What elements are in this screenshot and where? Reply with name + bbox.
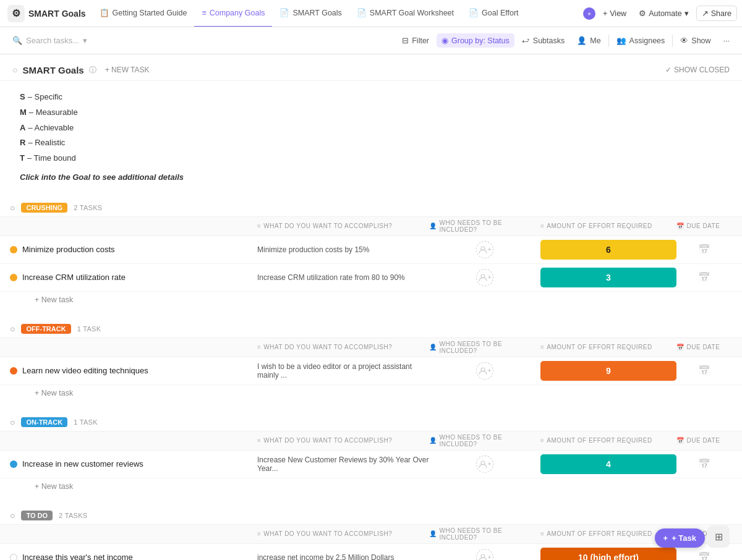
task-name-off-track-0[interactable]: Learn new video editing techniques (22, 366, 148, 375)
filter-button[interactable]: ⊟ Filter (397, 33, 434, 48)
share-button[interactable]: ↗ Share (696, 6, 737, 21)
due-cell-crushing-1[interactable]: 📅 (676, 271, 732, 283)
group-toggle-crushing[interactable]: ○ (10, 203, 15, 213)
col-header-label-2: AMOUNT OF EFFORT REQUIRED (547, 437, 652, 444)
col-header-label-1: WHO NEEDS TO BE INCLUDED? (440, 434, 541, 448)
task-name-crushing-0[interactable]: Minimize production costs (22, 245, 115, 254)
smart-goals-toggle[interactable]: ○ (12, 65, 17, 75)
due-cell-on-track-0[interactable]: 📅 (676, 458, 732, 470)
calendar-icon-on-track-0[interactable]: 📅 (698, 458, 710, 470)
group-badge-off-track[interactable]: OFF-TRACK (21, 324, 70, 334)
task-who-on-track-0[interactable]: + (429, 456, 540, 473)
effort-bar-crushing-1[interactable]: 3 (540, 268, 676, 287)
tab-smart-goal-worksheet[interactable]: 📄 SMART Goal Worksheet (349, 0, 461, 27)
group-badge-crushing[interactable]: CRUSHING (21, 203, 67, 213)
group-section-on-track: ○ON-TRACK1 TASK≡WHAT DO YOU WANT TO ACCO… (0, 414, 742, 494)
smart-item-m: M – Measurable (20, 106, 722, 119)
task-accomplish-crushing-0: Minimize production costs by 15% (257, 245, 429, 254)
col-header-icon-1: 👤 (429, 223, 437, 229)
automate-button[interactable]: ⚙ Automate ▾ (634, 6, 694, 20)
share-icon: ↗ (702, 9, 709, 18)
group-count-to-do: 2 TASKS (59, 512, 87, 519)
nav-circle-icon: + (583, 7, 595, 20)
tab-goal-effort[interactable]: 📄 Goal Effort (461, 0, 526, 27)
task-dot-crushing-0 (10, 246, 17, 253)
search-box[interactable]: 🔍 Search tasks... ▾ (7, 33, 92, 48)
tab-getting-started-label: Getting Started Guide (113, 9, 187, 17)
group-header-off-track: ○OFF-TRACK1 TASK (0, 320, 742, 337)
group-count-crushing: 2 TASKS (74, 204, 102, 211)
col-header-icon-2: ≡ (540, 530, 544, 537)
task-who-crushing-1[interactable]: + (429, 269, 540, 286)
who-placeholder-off-track-0[interactable]: + (476, 362, 493, 380)
col-header-off-track-3: 📅DUE DATE (676, 344, 732, 350)
search-chevron: ▾ (83, 36, 87, 45)
calendar-icon-off-track-0[interactable]: 📅 (698, 365, 710, 376)
who-placeholder-crushing-0[interactable]: + (476, 241, 493, 258)
calendar-icon-to-do-0[interactable]: 📅 (698, 551, 710, 560)
table-row[interactable]: Increase in new customer reviewsIncrease… (0, 451, 742, 478)
table-header-off-track: ≡WHAT DO YOU WANT TO ACCOMPLISH?👤WHO NEE… (0, 337, 742, 357)
due-cell-off-track-0[interactable]: 📅 (676, 365, 732, 376)
assignees-button[interactable]: 👥 Assignees (612, 33, 670, 48)
who-placeholder-to-do-0[interactable]: + (476, 549, 493, 560)
group-section-off-track: ○OFF-TRACK1 TASK≡WHAT DO YOU WANT TO ACC… (0, 320, 742, 401)
col-header-label-2: AMOUNT OF EFFORT REQUIRED (547, 223, 652, 229)
group-toggle-to-do[interactable]: ○ (10, 511, 15, 520)
col-header-icon-2: ≡ (540, 223, 544, 229)
table-row[interactable]: Minimize production costsMinimize produc… (0, 236, 742, 264)
main-content: ○ SMART Goals ⓘ + NEW TASK ✓ SHOW CLOSED… (0, 54, 742, 560)
new-task-row-crushing[interactable]: + New task (0, 292, 742, 308)
tab-company-goals[interactable]: ≡ Company Goals (194, 0, 272, 27)
task-name-on-track-0[interactable]: Increase in new customer reviews (22, 459, 143, 469)
app-logo[interactable]: ⚙ SMART Goals (5, 5, 92, 22)
more-button[interactable]: ··· (719, 34, 735, 48)
group-badge-on-track[interactable]: ON-TRACK (21, 417, 67, 427)
add-task-fab[interactable]: + + Task (655, 528, 705, 548)
new-task-button[interactable]: + NEW TASK (101, 64, 153, 75)
due-cell-crushing-0[interactable]: 📅 (676, 244, 732, 255)
effort-bar-off-track-0[interactable]: 9 (540, 361, 676, 381)
new-task-row-off-track[interactable]: + New task (0, 385, 742, 401)
calendar-icon-crushing-1[interactable]: 📅 (698, 271, 710, 283)
due-cell-to-do-0[interactable]: 📅 (676, 551, 732, 560)
task-dot-off-track-0 (10, 367, 17, 375)
group-by-button[interactable]: ◉ Group by: Status (437, 33, 514, 48)
calendar-icon-crushing-0[interactable]: 📅 (698, 244, 710, 255)
tab-smart-goals[interactable]: 📄 SMART Goals (272, 0, 349, 27)
groups-container: ○CRUSHING2 TASKS≡WHAT DO YOU WANT TO ACC… (0, 199, 742, 560)
task-name-cell-on-track-0: Increase in new customer reviews (10, 459, 257, 469)
tab-getting-started[interactable]: 📋 Getting Started Guide (92, 0, 195, 27)
table-row[interactable]: Increase CRM utilization rateIncrease CR… (0, 264, 742, 292)
table-row[interactable]: Learn new video editing techniquesI wish… (0, 357, 742, 385)
effort-bar-on-track-0[interactable]: 4 (540, 454, 676, 474)
tab-smart-goal-worksheet-label: SMART Goal Worksheet (370, 9, 454, 17)
show-button[interactable]: 👁 Show (675, 34, 715, 48)
effort-bar-to-do-0[interactable]: 10 (high effort) (540, 548, 676, 560)
who-placeholder-crushing-1[interactable]: + (476, 269, 493, 286)
who-placeholder-on-track-0[interactable]: + (476, 456, 493, 473)
col-header-icon-0: ≡ (257, 437, 261, 444)
group-section-to-do: ○TO DO2 TASKS≡WHAT DO YOU WANT TO ACCOMP… (0, 507, 742, 560)
col-header-label-1: WHO NEEDS TO BE INCLUDED? (440, 219, 541, 233)
group-toggle-on-track[interactable]: ○ (10, 417, 15, 427)
view-button[interactable]: + View (598, 7, 631, 20)
group-toggle-off-track[interactable]: ○ (10, 324, 15, 334)
grid-view-button[interactable]: ⊞ (707, 525, 730, 548)
effort-bar-crushing-0[interactable]: 6 (540, 240, 676, 260)
grid-icon: ⊞ (715, 531, 723, 543)
me-button[interactable]: 👤 Me (572, 33, 605, 48)
show-closed-button[interactable]: ✓ SHOW CLOSED (665, 66, 730, 74)
task-who-to-do-0[interactable]: + (429, 549, 540, 560)
task-who-crushing-0[interactable]: + (429, 241, 540, 258)
subtasks-button[interactable]: ⮐ Subtasks (517, 34, 569, 48)
group-badge-to-do[interactable]: TO DO (21, 511, 53, 520)
task-name-crushing-1[interactable]: Increase CRM utilization rate (22, 273, 126, 282)
new-task-row-on-track[interactable]: + New task (0, 478, 742, 494)
logo-icon: ⚙ (7, 5, 25, 22)
task-name-to-do-0[interactable]: Increase this year's net income (22, 553, 133, 560)
col-header-crushing-1: 👤WHO NEEDS TO BE INCLUDED? (429, 219, 540, 233)
smart-goals-info-icon[interactable]: ⓘ (89, 65, 96, 75)
task-who-off-track-0[interactable]: + (429, 362, 540, 380)
table-row[interactable]: Increase this year's net incomeincrease … (0, 544, 742, 560)
